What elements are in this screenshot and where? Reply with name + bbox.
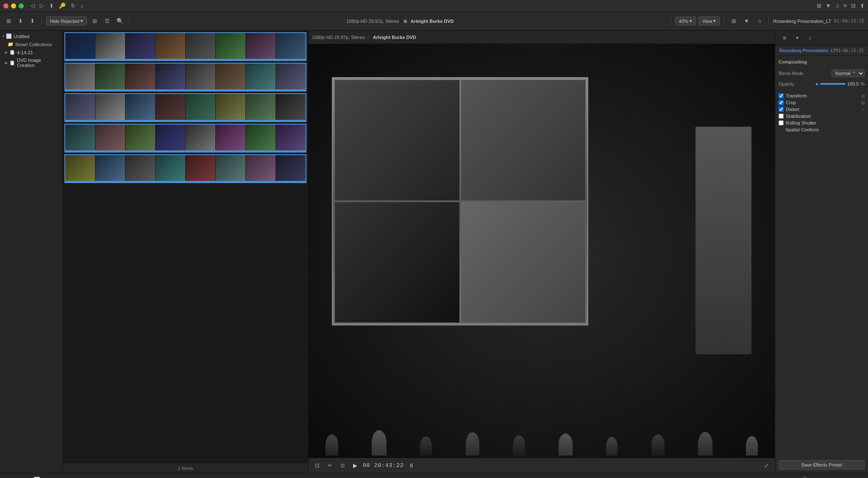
audience-head-8	[651, 434, 665, 456]
zoom-in-tl-btn[interactable]: ⊕	[773, 475, 783, 478]
sidebar-item-dvd[interactable]: ▶ 📋 DVD Image Creation	[0, 56, 62, 69]
play-btn[interactable]: ▶	[350, 461, 360, 471]
sidebar-item-smart-collections[interactable]: 📁 Smart Collections	[0, 40, 62, 48]
inspector-btn-2[interactable]: ▼	[792, 33, 802, 43]
frame-1-7	[246, 33, 275, 60]
inspector-filter-btn[interactable]: ▼	[741, 16, 751, 26]
grid-icon[interactable]: ⊞	[817, 3, 821, 9]
close-button[interactable]	[3, 3, 8, 8]
viewer-video	[309, 44, 775, 458]
audience-head-2	[372, 430, 387, 456]
inspector-panel: ⊞ ▼ ♫ Rosenberg Presentation_LT 01:06:15…	[775, 31, 868, 473]
crop-checkbox[interactable]	[779, 100, 784, 105]
fullscreen-btn[interactable]: ⤢	[761, 461, 771, 471]
back-icon[interactable]: ◁	[31, 3, 35, 9]
transform-checkbox[interactable]	[779, 93, 784, 98]
frame-2-2	[95, 64, 125, 91]
save-effects-btn[interactable]: Save Effects Preset	[779, 460, 865, 470]
timeline-dropdown-btn[interactable]: ▼	[59, 475, 69, 478]
frame-1-1	[65, 33, 95, 60]
tl-btn-1[interactable]: ⊟	[814, 475, 824, 478]
frame-2-1	[65, 64, 95, 91]
crop-expand-icon[interactable]: ⊡	[861, 100, 865, 105]
sidebar-item-4-14-21[interactable]: ▶ 📋 4-14-21	[0, 48, 62, 56]
inspector-grid-btn[interactable]: ⊞	[729, 16, 739, 26]
tl-btn-4[interactable]: ✕	[854, 475, 865, 478]
stabilization-label: Stabilization	[786, 114, 811, 119]
untitled-label: Untitled	[14, 34, 29, 39]
cursor-btn[interactable]: ↖	[72, 475, 83, 478]
dvd-label: DVD Image Creation	[17, 58, 60, 68]
sidebar-item-untitled[interactable]: ▾ ⬜ Untitled	[0, 32, 62, 40]
forward-icon[interactable]: ▷	[40, 3, 44, 9]
crop-viewer-btn[interactable]: ⊡	[312, 461, 322, 471]
audio-icon[interactable]: ♫	[835, 3, 840, 9]
browser-row-5[interactable]	[64, 154, 306, 183]
distort-expand-icon[interactable]: ⌐	[862, 107, 865, 112]
frame-3-4	[156, 94, 185, 121]
timeline-clip-btn[interactable]: ⬜	[32, 475, 42, 478]
tl-btn-2[interactable]: ⊞	[827, 475, 837, 478]
transform-viewer-btn[interactable]: ✂	[325, 461, 335, 471]
rolling-shutter-row: Rolling Shutter	[779, 119, 865, 126]
inspector-audio-btn[interactable]: ♫	[754, 16, 764, 26]
zoom-out-tl-btn[interactable]: ⊖	[787, 475, 797, 478]
export-icon[interactable]: ⬆	[860, 3, 865, 9]
view-label: View	[702, 19, 712, 24]
rolling-shutter-label: Rolling Shutter	[786, 120, 816, 125]
frame-1-6	[216, 33, 245, 60]
frame-3-2	[95, 94, 125, 121]
frame-3-6	[216, 94, 245, 121]
import-btn[interactable]: ⬇	[15, 16, 25, 26]
grid-view-btn[interactable]: ⊞	[89, 16, 100, 26]
clip-grid[interactable]	[63, 31, 308, 463]
inspector-clip-tc: 01:06:15:25	[836, 48, 864, 53]
stabilization-checkbox[interactable]	[779, 114, 784, 119]
list-view-btn[interactable]: ☰	[102, 16, 112, 26]
distort-checkbox[interactable]	[779, 107, 784, 112]
cursor-dropdown-btn[interactable]: ▾	[86, 475, 96, 478]
row3-blue-line	[65, 120, 306, 121]
photo-1	[334, 80, 460, 201]
rolling-shutter-checkbox[interactable]	[779, 120, 784, 125]
inspector-clip-name: Rosenberg Presentation_LT	[779, 48, 836, 53]
browser-row-1[interactable]	[64, 32, 306, 61]
monitor-icon: 🖥	[403, 19, 407, 24]
menu2-icon[interactable]: ⊟	[851, 3, 856, 9]
audience-head-9	[698, 432, 712, 456]
audience-head-7	[606, 437, 618, 456]
view-btn[interactable]: View ▾	[698, 17, 720, 25]
library-btn[interactable]: ⊞	[3, 16, 14, 26]
inspector-btn-1[interactable]: ⊞	[779, 33, 790, 43]
frame-4-8	[276, 125, 306, 152]
timeline-filmstrip-btn[interactable]: ▬	[45, 475, 56, 478]
browser-row-4[interactable]	[64, 124, 306, 153]
audience-head-3	[420, 436, 432, 456]
search-btn[interactable]: 🔍	[115, 16, 125, 26]
headphone-btn[interactable]: 🎧	[800, 475, 810, 478]
list-icon[interactable]: ≡	[843, 3, 847, 9]
browser-panel: 2 Items	[63, 31, 309, 473]
share-btn[interactable]: ⬆	[27, 16, 37, 26]
timeline-grid-btn[interactable]: ⊞	[18, 475, 28, 478]
browser-row-2[interactable]	[64, 63, 306, 92]
refresh-icon[interactable]: ↻	[71, 3, 75, 9]
viewer-event-label: Arleight Burke DVD	[373, 35, 416, 40]
zoom-button[interactable]	[19, 3, 24, 8]
blend-mode-select[interactable]: Normal ⌃	[832, 69, 865, 77]
sep1	[42, 17, 42, 25]
filter-icon[interactable]: ▼	[826, 3, 831, 9]
browser-row-3[interactable]	[64, 93, 306, 122]
minimize-button[interactable]	[11, 3, 16, 8]
opacity-slider[interactable]	[820, 83, 846, 85]
transform-expand-icon[interactable]: ⊡	[861, 94, 865, 98]
speed-viewer-btn[interactable]: ⊙	[337, 461, 348, 471]
tl-btn-3[interactable]: ⊡	[841, 475, 851, 478]
hide-rejected-btn[interactable]: Hide Rejected ▾	[46, 17, 87, 25]
inspector-btn-3[interactable]: ♫	[805, 33, 815, 43]
zoom-label: 43%	[679, 19, 688, 24]
minimize-icon[interactable]: ⬇	[49, 3, 54, 9]
sep4	[724, 17, 724, 25]
zoom-btn[interactable]: 43% ▾	[675, 17, 696, 25]
pause-marker-btn[interactable]: ⏸	[406, 461, 417, 471]
